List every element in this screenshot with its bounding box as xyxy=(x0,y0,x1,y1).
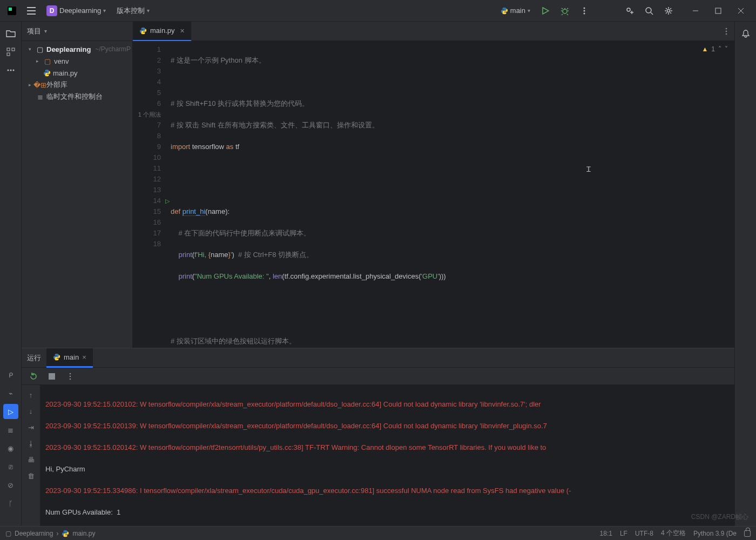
project-tool-icon[interactable] xyxy=(3,26,18,41)
todo-tool-icon[interactable]: ≣ xyxy=(3,422,18,437)
svg-point-13 xyxy=(7,70,9,71)
chevron-down-icon[interactable]: ˅ xyxy=(725,45,728,53)
services-tool-icon[interactable]: ◉ xyxy=(3,441,18,456)
run-config-selector[interactable]: main ▾ xyxy=(497,4,534,17)
close-icon[interactable]: × xyxy=(82,353,86,361)
tab-more-icon[interactable] xyxy=(723,28,730,35)
console-line: 2023-09-30 19:52:15.334986: I tensorflow… xyxy=(45,485,729,496)
main-menu-icon[interactable] xyxy=(24,3,39,18)
vcs-label: 版本控制 xyxy=(117,6,145,16)
problems-tool-icon[interactable]: ⊘ xyxy=(3,477,18,492)
run-panel-tabs: 运行 main × xyxy=(22,348,734,368)
run-tool-icon[interactable]: ▷ xyxy=(3,404,18,419)
code-text: (name): xyxy=(205,207,230,215)
soft-wrap-icon[interactable]: ⇥ xyxy=(24,421,37,434)
expand-icon[interactable]: ▸ xyxy=(33,58,41,64)
code-with-me-icon[interactable] xyxy=(622,3,637,18)
chevron-down-icon: ▾ xyxy=(103,8,106,14)
tree-scratch[interactable]: ≣ 临时文件和控制台 xyxy=(22,91,132,103)
tree-ext-libs[interactable]: ▸ �⊞ 外部库 xyxy=(22,79,132,91)
up-icon[interactable]: ↑ xyxy=(24,388,37,401)
scratch-icon: ≣ xyxy=(36,93,44,101)
text-cursor-icon: Ꮖ xyxy=(586,164,591,175)
svg-point-5 xyxy=(584,12,585,14)
tree-root[interactable]: ▾ ▢ Deeplearning ~/PycharmP xyxy=(22,43,132,55)
window-minimize[interactable] xyxy=(685,3,706,18)
terminal-tool-icon[interactable]: ⎚ xyxy=(3,459,18,474)
trash-icon[interactable]: 🗑 xyxy=(24,469,37,482)
status-position[interactable]: 18:1 xyxy=(600,530,612,537)
line-gutter[interactable]: 123456 1 个用法 78910111213 14▷ 15161718 xyxy=(133,41,165,348)
tree-scratch-label: 临时文件和控制台 xyxy=(46,92,103,102)
stop-button[interactable] xyxy=(45,370,58,383)
window-close[interactable] xyxy=(730,3,752,18)
code-text xyxy=(171,251,178,259)
status-interpreter[interactable]: Python 3.9 (De xyxy=(693,530,737,537)
expand-icon[interactable]: ▸ xyxy=(26,82,33,87)
python-icon xyxy=(139,27,147,35)
status-encoding[interactable]: UTF-8 xyxy=(635,530,653,537)
more-actions-icon[interactable] xyxy=(577,3,592,18)
structure-tool-icon[interactable] xyxy=(3,44,18,59)
run-gutter-icon[interactable]: ▷ xyxy=(165,195,170,206)
more-icon[interactable] xyxy=(64,370,77,383)
run-tab-main[interactable]: main × xyxy=(46,348,93,368)
close-icon[interactable]: × xyxy=(180,26,185,35)
settings-icon[interactable] xyxy=(661,3,676,18)
svg-point-6 xyxy=(627,8,630,11)
expand-icon[interactable]: ▾ xyxy=(26,46,33,52)
tree-venv[interactable]: ▸ ▢ venv xyxy=(22,55,132,67)
editor-tab-main[interactable]: main.py × xyxy=(133,22,191,41)
debug-button[interactable] xyxy=(557,3,572,18)
svg-point-17 xyxy=(726,30,727,32)
warning-count: 1 xyxy=(711,45,715,53)
debug-tool-icon[interactable]: ⌁ xyxy=(3,386,18,401)
vcs-menu[interactable]: 版本控制 ▾ xyxy=(113,4,153,18)
rerun-button[interactable] xyxy=(27,370,40,383)
status-bar: ▢ Deeplearning › main.py 18:1 LF UTF-8 4… xyxy=(0,526,756,540)
status-eol[interactable]: LF xyxy=(620,530,627,537)
run-config-label: main xyxy=(510,6,525,15)
console-output[interactable]: 2023-09-30 19:52:15.020102: W tensorflow… xyxy=(40,385,734,526)
code-text: # 按 双击 Shift 在所有地方搜索类、文件、工具窗口、操作和设置。 xyxy=(171,121,379,129)
python-console-icon[interactable]: ᑭ xyxy=(3,367,18,382)
vcs-tool-icon[interactable]: ᚴ xyxy=(3,496,18,511)
svg-point-20 xyxy=(70,373,71,374)
svg-point-4 xyxy=(584,10,585,11)
project-selector[interactable]: D Deeplearning ▾ xyxy=(43,3,109,18)
project-tree[interactable]: ▾ ▢ Deeplearning ~/PycharmP ▸ ▢ venv mai… xyxy=(22,41,133,348)
svg-point-15 xyxy=(12,70,14,71)
code-text: ) xyxy=(232,251,238,259)
search-icon[interactable] xyxy=(642,3,657,18)
code-area[interactable]: # 这是一个示例 Python 脚本。 # 按 Shift+F10 执行或将其替… xyxy=(165,41,734,348)
status-indent[interactable]: 4 个空格 xyxy=(661,529,686,538)
usage-hint[interactable]: 1 个用法 xyxy=(133,109,161,120)
chevron-up-icon[interactable]: ˄ xyxy=(718,45,721,53)
scroll-end-icon[interactable]: ⭳ xyxy=(24,437,37,450)
down-icon[interactable]: ↓ xyxy=(24,404,37,417)
code-text: # 按 Shift+F10 执行或将其替换为您的代码。 xyxy=(171,99,309,107)
inspection-widget[interactable]: ▲ 1 ˄ ˅ xyxy=(701,45,728,53)
print-icon[interactable]: 🖶 xyxy=(24,453,37,466)
tree-file-main[interactable]: main.py xyxy=(22,67,132,79)
python-icon xyxy=(62,530,69,537)
run-button[interactable] xyxy=(538,3,553,18)
lock-icon[interactable] xyxy=(744,530,751,537)
code-text: print xyxy=(178,251,192,259)
code-text: import xyxy=(171,143,190,151)
code-text: tensorflow xyxy=(190,143,226,151)
window-maximize[interactable] xyxy=(707,3,729,18)
app-logo[interactable] xyxy=(4,3,19,18)
code-text: "Num GPUs Available: " xyxy=(194,272,269,280)
more-tools-icon[interactable] xyxy=(3,63,18,78)
project-panel-header: 项目 ▾ xyxy=(22,22,133,41)
breadcrumb[interactable]: ▢ Deeplearning › main.py xyxy=(5,530,95,537)
code-editor[interactable]: ▲ 1 ˄ ˅ 123456 1 个用法 78910111213 14▷ 151… xyxy=(133,41,734,348)
code-text: tf xyxy=(233,143,239,151)
chevron-down-icon[interactable]: ▾ xyxy=(44,28,47,34)
notifications-icon[interactable] xyxy=(738,26,753,41)
code-text: print xyxy=(178,272,192,280)
svg-point-22 xyxy=(70,378,71,380)
code-text: , xyxy=(269,272,273,280)
svg-rect-11 xyxy=(12,48,15,51)
